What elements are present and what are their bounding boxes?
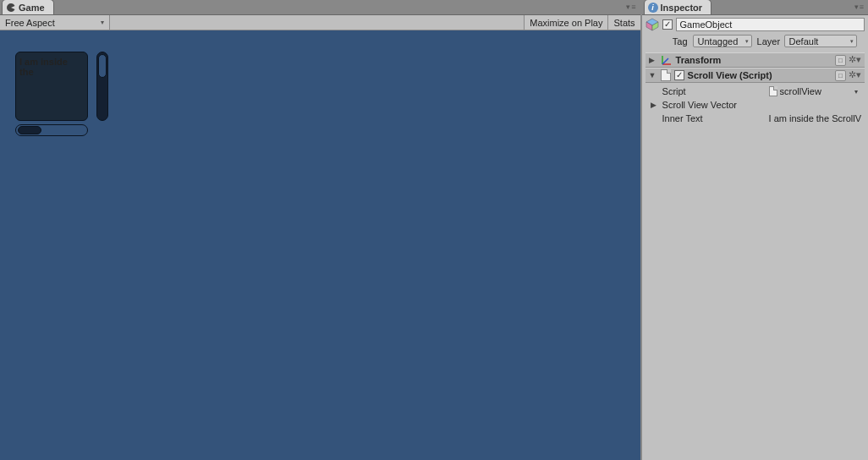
innertext-value[interactable]: I am inside the ScrollV — [769, 113, 861, 123]
gameobject-header: ✓ GameObject — [646, 18, 865, 31]
prop-script-label: Script — [659, 86, 769, 96]
tag-label: Tag — [666, 36, 688, 47]
tag-value: Untagged — [698, 36, 739, 47]
tag-dropdown[interactable]: Untagged ▾ — [693, 35, 752, 47]
maximize-on-play-button[interactable]: Maximize on Play — [524, 15, 607, 30]
game-toolbar: Free Aspect ▾ Maximize on Play Stats — [0, 15, 640, 30]
layer-label: Layer — [757, 36, 779, 47]
component-scrollview-title: Scroll View (Script) — [688, 70, 772, 80]
transform-icon — [661, 54, 673, 66]
component-scrollview: ▼ ✓ Scroll View (Script) □ ✲▾ Script — [646, 68, 865, 129]
scrollview-horizontal-thumb[interactable] — [18, 126, 41, 134]
pacman-icon — [6, 3, 16, 13]
caret-icon: ▾ — [745, 38, 749, 45]
help-icon[interactable]: □ — [835, 55, 846, 66]
tag-layer-row: Tag Untagged ▾ Layer Default ▾ — [646, 35, 865, 47]
component-scrollview-header[interactable]: ▼ ✓ Scroll View (Script) □ ✲▾ — [646, 68, 865, 83]
fold-down-icon: ▼ — [649, 71, 657, 79]
component-enabled-checkbox[interactable]: ✓ — [674, 70, 684, 80]
scrollview-vertical-thumb[interactable] — [98, 54, 107, 78]
script-object-field[interactable]: scrollView — [769, 86, 849, 96]
aspect-label: Free Aspect — [5, 18, 55, 28]
layer-value: Default — [789, 36, 819, 47]
script-page-icon — [769, 86, 777, 96]
fold-right-icon: ▶ — [649, 56, 657, 64]
aspect-dropdown[interactable]: Free Aspect ▾ — [0, 15, 110, 30]
scrollview-content[interactable]: I am inside the — [15, 52, 88, 121]
layer-dropdown[interactable]: Default ▾ — [784, 35, 857, 47]
fold-right-icon: ▶ — [651, 101, 659, 109]
tab-inspector-label: Inspector — [661, 3, 703, 13]
component-transform-title: Transform — [676, 55, 722, 65]
svg-line-5 — [662, 58, 668, 64]
maximize-label: Maximize on Play — [530, 18, 602, 28]
tab-game-label: Game — [19, 3, 45, 13]
game-tabbar: Game ▾≡ — [0, 0, 640, 15]
inspector-panel: i Inspector ▾≡ ✓ GameObject Tag — [642, 0, 868, 460]
info-icon: i — [648, 3, 658, 13]
inspector-tabbar: i Inspector ▾≡ — [642, 0, 868, 15]
script-value: scrollView — [780, 86, 821, 96]
component-scrollview-body: Script scrollView ▾ ▶ Scroll View Vector — [646, 83, 865, 129]
panel-options-icon[interactable]: ▾≡ — [626, 3, 636, 11]
stats-button[interactable]: Stats — [607, 15, 640, 30]
component-transform-header[interactable]: ▶ Transform □ ✲▾ — [646, 52, 865, 68]
stats-label: Stats — [613, 18, 635, 28]
help-icon[interactable]: □ — [835, 70, 846, 81]
prop-innertext-label: Inner Text — [659, 113, 769, 123]
scrollview-horizontal-scrollbar[interactable] — [15, 124, 88, 136]
panel-options-icon[interactable]: ▾≡ — [854, 3, 865, 11]
game-view: I am inside the — [0, 30, 640, 460]
object-picker-icon[interactable]: ▾ — [851, 88, 861, 96]
scrollview-box: I am inside the — [15, 52, 108, 136]
caret-icon: ▾ — [101, 19, 104, 26]
scrollview-vertical-scrollbar[interactable] — [96, 52, 108, 121]
check-icon: ✓ — [664, 20, 671, 29]
gear-icon[interactable]: ✲▾ — [849, 70, 861, 81]
gameobject-active-checkbox[interactable]: ✓ — [662, 19, 673, 30]
gear-icon[interactable]: ✲▾ — [849, 55, 861, 66]
prop-vector-row[interactable]: ▶ Scroll View Vector — [651, 98, 861, 112]
check-icon: ✓ — [676, 71, 683, 79]
tab-game[interactable]: Game — [2, 0, 54, 14]
prop-script-row: Script scrollView ▾ — [651, 85, 861, 98]
caret-icon: ▾ — [850, 38, 854, 45]
cube-icon — [646, 18, 659, 31]
scrollview-text: I am inside the — [19, 57, 68, 77]
inspector-body: ✓ GameObject Tag Untagged ▾ Layer Defaul… — [642, 15, 868, 460]
prop-innertext-row: Inner Text I am inside the ScrollV — [651, 112, 861, 125]
component-transform: ▶ Transform □ ✲▾ — [646, 52, 865, 68]
script-page-icon — [661, 69, 671, 81]
prop-vector-label: Scroll View Vector — [659, 100, 769, 110]
tab-inspector[interactable]: i Inspector — [644, 0, 712, 14]
gameobject-name-input[interactable]: GameObject — [676, 18, 865, 31]
game-panel: Game ▾≡ Free Aspect ▾ Maximize on Play S… — [0, 0, 642, 460]
